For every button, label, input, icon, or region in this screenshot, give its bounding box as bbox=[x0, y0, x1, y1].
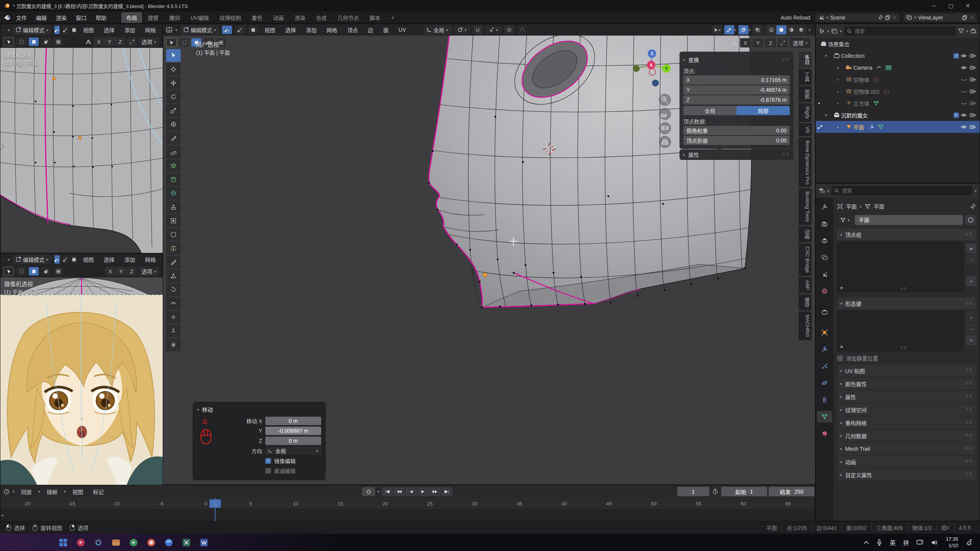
blender-menu-icon[interactable] bbox=[3, 15, 11, 21]
menu-window[interactable]: 窗口 bbox=[71, 12, 91, 23]
filter-icon[interactable] bbox=[958, 28, 964, 34]
tool-bevel[interactable] bbox=[166, 228, 181, 241]
menu-view[interactable]: 视图 bbox=[80, 254, 97, 264]
hide-eye-closed-icon[interactable] bbox=[959, 89, 968, 94]
bevel-weight-field[interactable]: 倒角权重0.00 bbox=[683, 126, 790, 135]
render-visibility-icon[interactable] bbox=[968, 77, 977, 82]
options-dropdown[interactable]: 选项▾ bbox=[139, 266, 159, 276]
vertex-group-specials-button[interactable]: ▾ bbox=[966, 276, 977, 286]
tray-expand-icon[interactable] bbox=[864, 541, 869, 544]
workspace-tab-compositing[interactable]: 合成 bbox=[311, 12, 332, 23]
copy-scene-icon[interactable] bbox=[885, 15, 890, 20]
vertex-groups-panel-header[interactable]: ▾顶点组⠿⠿ bbox=[837, 229, 976, 240]
shading-solid-icon[interactable] bbox=[776, 25, 786, 34]
move-y-field[interactable]: -0.006887 m bbox=[265, 427, 321, 435]
tab-tool[interactable] bbox=[817, 201, 832, 213]
auto-reload-toggle[interactable]: Auto Reload bbox=[781, 15, 810, 21]
snap-settings-dropdown[interactable]: ▾ bbox=[486, 26, 501, 34]
panel-color-attributes[interactable]: ▸颜色属性⠿⠿ bbox=[837, 378, 976, 390]
workspace-tab-geometrynodes[interactable]: 几何节点 bbox=[332, 12, 364, 23]
frame-end-field[interactable]: 结束250 bbox=[769, 487, 815, 496]
current-frame-field[interactable]: 1 bbox=[677, 487, 709, 496]
falloff-edit-checkbox[interactable] bbox=[265, 468, 271, 474]
render-visibility-icon[interactable] bbox=[968, 89, 977, 94]
workspace-tab-texturepaint[interactable]: 纹理绘制 bbox=[214, 12, 246, 23]
menu-add[interactable]: 添加 bbox=[121, 254, 139, 264]
edge-select-button[interactable] bbox=[63, 26, 68, 34]
hide-eye-icon[interactable] bbox=[959, 113, 968, 117]
zoom-button[interactable] bbox=[659, 94, 671, 106]
shape-key-add-button[interactable]: + bbox=[966, 312, 977, 322]
tab-render[interactable] bbox=[817, 218, 832, 230]
menu-render[interactable]: 渲染 bbox=[51, 12, 71, 23]
tab-object-data[interactable] bbox=[817, 411, 832, 422]
copy-viewlayer-icon[interactable] bbox=[962, 15, 967, 20]
shape-key-remove-button[interactable]: − bbox=[966, 324, 977, 334]
object-type-visibility-dropdown[interactable]: ▾ bbox=[712, 25, 722, 34]
workspace-tab-uv[interactable]: UV编辑 bbox=[186, 12, 214, 23]
mirror-y-button[interactable]: Y bbox=[753, 38, 763, 47]
select-tweak-button[interactable] bbox=[179, 38, 189, 47]
npanel-tab-view[interactable]: 视图 bbox=[799, 86, 812, 102]
ime-language-indicator[interactable]: 英 bbox=[890, 538, 895, 546]
workspace-tab-scripting[interactable]: 脚本 bbox=[364, 12, 385, 23]
pin-icon[interactable] bbox=[878, 15, 883, 20]
panel-remesh[interactable]: ▸重构网格⠿⠿ bbox=[837, 417, 976, 429]
vertex-select-button[interactable] bbox=[222, 26, 232, 34]
collection-exclude-checkbox[interactable]: ✓ bbox=[954, 53, 959, 59]
panel-custom-properties[interactable]: ▸自定义属性⠿⠿ bbox=[837, 469, 976, 481]
tool-cursor[interactable] bbox=[166, 63, 181, 76]
viewport-bottom-left[interactable]: ▾ 编辑模式▾ 视图 选择 添加 网格 X Y Z 选项▾ bbox=[0, 253, 163, 485]
panel-animation[interactable]: ▸动画⠿⠿ bbox=[837, 456, 976, 468]
menu-add[interactable]: 添加 bbox=[121, 25, 139, 35]
tab-material[interactable] bbox=[817, 428, 832, 439]
shape-key-specials-button[interactable]: ▾ bbox=[966, 335, 977, 345]
menu-vertex[interactable]: 顶点 bbox=[344, 25, 361, 35]
list-resize-grip[interactable]: ⠿⠿ bbox=[900, 287, 908, 291]
properties-editor-icon[interactable] bbox=[819, 188, 825, 193]
render-visibility-icon[interactable] bbox=[968, 65, 977, 70]
jump-to-end-button[interactable] bbox=[441, 487, 452, 496]
transform-panel-title[interactable]: 变换 bbox=[688, 56, 699, 64]
orientation-dropdown[interactable]: 全局 ▾ bbox=[265, 447, 321, 455]
active-tool-button[interactable] bbox=[3, 267, 14, 276]
npanel-tab-buildingtools[interactable]: Building Tools bbox=[799, 188, 812, 225]
move-z-field[interactable]: 0 m bbox=[265, 437, 321, 445]
options-dropdown[interactable]: 选项▾ bbox=[790, 38, 810, 48]
clock[interactable]: 17:35 1/10 bbox=[946, 536, 958, 549]
mirror-y-button[interactable]: Y bbox=[104, 37, 115, 46]
menu-mesh[interactable]: 网格 bbox=[323, 25, 341, 35]
select-circle-button[interactable] bbox=[41, 37, 51, 46]
select-lasso-button[interactable] bbox=[53, 267, 63, 276]
hide-eye-closed-icon[interactable] bbox=[959, 101, 968, 106]
menu-select[interactable]: 选择 bbox=[100, 254, 118, 264]
workspace-tab-layout[interactable]: 布局 bbox=[121, 12, 142, 23]
mode-dropdown[interactable]: 编辑模式▾ bbox=[180, 25, 219, 35]
tab-particles[interactable] bbox=[817, 360, 832, 372]
vertex-x-field[interactable]: X0.17165 m bbox=[683, 75, 790, 85]
timeline-track-area[interactable]: ▸ bbox=[0, 509, 815, 521]
tool-knife[interactable] bbox=[166, 256, 181, 269]
timeline-menu-keying[interactable]: 插帧 bbox=[43, 487, 61, 497]
tool-shrink-fatten[interactable] bbox=[166, 324, 181, 337]
outliner-row-camera[interactable]: ▸ Camera bbox=[816, 62, 980, 73]
ime-mode-indicator[interactable]: 拼 bbox=[903, 538, 909, 546]
tool-rip-region[interactable] bbox=[166, 338, 181, 351]
shading-wireframe-icon[interactable] bbox=[766, 25, 776, 34]
hide-eye-closed-icon[interactable] bbox=[959, 77, 968, 82]
fake-user-shield-icon[interactable] bbox=[965, 215, 976, 225]
pivot-dropdown[interactable]: ▾ bbox=[454, 26, 470, 34]
shape-keys-panel-header[interactable]: ▾形态键⠿⠿ bbox=[837, 298, 976, 309]
workspace-tab-sculpt[interactable]: 雕刻 bbox=[164, 12, 185, 23]
select-lasso-button[interactable] bbox=[216, 38, 226, 47]
outliner-row-empty-2[interactable]: ▸ 空物体.002 bbox=[816, 85, 980, 97]
mode-dropdown[interactable]: 编辑模式▾ bbox=[13, 25, 51, 35]
tool-inset-faces[interactable] bbox=[166, 214, 181, 227]
vertex-y-field[interactable]: Y-0.46974 m bbox=[683, 85, 790, 95]
tool-poly-build[interactable] bbox=[166, 269, 181, 282]
new-collection-icon[interactable] bbox=[970, 28, 977, 34]
tool-edge-slide[interactable] bbox=[166, 311, 181, 324]
select-box-button[interactable] bbox=[191, 38, 201, 47]
menu-edge[interactable]: 边 bbox=[364, 25, 377, 35]
outliner-search[interactable] bbox=[844, 26, 956, 36]
